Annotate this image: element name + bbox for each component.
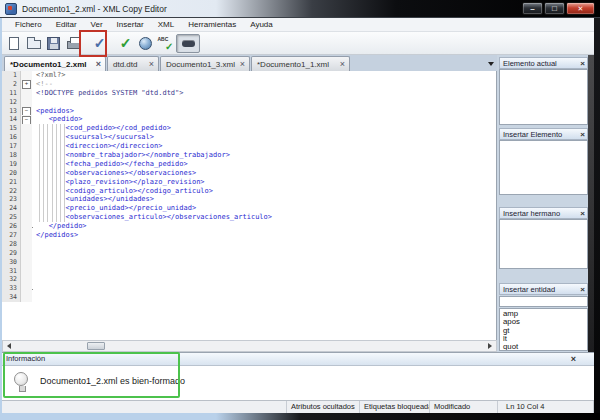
code-line[interactable]: 15 <cod_pedido></cod_pedido>	[2, 124, 496, 133]
code-line[interactable]: 17 <direccion></direccion>	[2, 142, 496, 151]
code-line[interactable]: 26 </pedido>	[2, 222, 496, 231]
menu-item[interactable]: Herramientas	[181, 18, 243, 32]
fold-marker[interactable]	[21, 80, 32, 89]
panel-elemento-actual-body[interactable]	[499, 69, 588, 125]
spell-check-button[interactable]: ABC✓	[156, 34, 175, 53]
fold-marker[interactable]	[21, 213, 32, 222]
tab-close-icon[interactable]	[96, 60, 101, 69]
panel-close-icon[interactable]	[580, 58, 585, 69]
code-line[interactable]: 14 <pedido>	[2, 115, 496, 124]
fold-marker[interactable]	[21, 89, 32, 98]
code-line[interactable]: 32	[2, 275, 496, 284]
entity-item[interactable]: gt	[500, 327, 587, 335]
horizontal-scrollbar[interactable]	[2, 340, 497, 352]
code-line[interactable]: 31	[2, 267, 496, 276]
code-line[interactable]: 18 <nombre_trabajador></nombre_trabajado…	[2, 151, 496, 160]
menu-item[interactable]: XML	[151, 18, 181, 32]
code-line[interactable]: 23 <unidades></unidades>	[2, 195, 496, 204]
line-number: 21	[2, 178, 21, 187]
fold-marker[interactable]	[21, 187, 32, 196]
fold-marker[interactable]	[21, 160, 32, 169]
toggle-tags-button[interactable]	[176, 34, 200, 53]
new-document-button[interactable]	[4, 34, 23, 53]
fold-marker[interactable]	[21, 71, 32, 80]
open-folder-icon	[27, 40, 41, 49]
fold-marker[interactable]	[21, 284, 32, 293]
fold-marker[interactable]	[21, 249, 32, 258]
fold-marker[interactable]	[21, 124, 32, 133]
fold-marker[interactable]	[21, 275, 32, 284]
entity-search-input[interactable]	[499, 296, 588, 307]
minimize-button[interactable]	[522, 2, 543, 15]
document-tab[interactable]: *Documento1_1.xml	[251, 56, 350, 71]
code-line[interactable]: 25 <observaciones_articulo></observacion…	[2, 213, 496, 222]
fold-marker[interactable]	[21, 293, 32, 302]
panel-close-icon[interactable]	[580, 129, 585, 140]
xml-editor[interactable]: 1 <?xml?> 2 <!-- 11 <!DOCTYPE pedidos SY…	[2, 71, 497, 340]
save-button[interactable]	[44, 34, 63, 53]
open-button[interactable]	[24, 34, 43, 53]
code-line[interactable]: 11 <!DOCTYPE pedidos SYSTEM "dtd.dtd">	[2, 89, 496, 98]
fold-marker[interactable]	[21, 98, 32, 107]
code-line[interactable]: 19 <fecha_pedido></fecha_pedido>	[2, 160, 496, 169]
fold-marker[interactable]	[21, 222, 32, 231]
maximize-button[interactable]	[544, 2, 565, 15]
code-line[interactable]: 27 </pedidos>	[2, 231, 496, 240]
tab-close-icon[interactable]	[240, 60, 245, 69]
tab-close-icon[interactable]	[340, 60, 345, 69]
document-tab[interactable]: *Documento1_2.xml	[4, 56, 106, 71]
code-line[interactable]: 20 <observaciones></observaciones>	[2, 169, 496, 178]
fold-marker[interactable]	[21, 267, 32, 276]
scroll-right-icon[interactable]	[488, 343, 492, 349]
fold-marker[interactable]	[21, 195, 32, 204]
document-tab[interactable]: dtd.dtd	[107, 56, 159, 71]
fold-marker[interactable]	[21, 151, 32, 160]
entity-item[interactable]: apos	[500, 318, 587, 326]
code-line[interactable]: 33	[2, 284, 496, 293]
title-bar[interactable]: Documento1_2.xml - XML Copy Editor	[0, 0, 600, 18]
panel-close-icon[interactable]	[580, 208, 585, 219]
scroll-left-icon[interactable]	[7, 343, 11, 349]
code-line[interactable]: 28	[2, 240, 496, 249]
panel-title: Insertar Elemento	[503, 130, 562, 139]
panel-insertar-hermano-body[interactable]	[499, 219, 588, 269]
code-line[interactable]: 13 <pedidos>	[2, 107, 496, 116]
fold-marker[interactable]	[21, 258, 32, 267]
preview-browser-button[interactable]	[136, 34, 155, 53]
fold-marker[interactable]	[21, 107, 32, 116]
code-line[interactable]: 22 <codigo_articulo></codigo_articulo>	[2, 187, 496, 196]
tab-label: dtd.dtd	[113, 60, 137, 69]
code-line[interactable]: 16 <sucursal></sucursal>	[2, 133, 496, 142]
code-line[interactable]: 2 <!--	[2, 80, 496, 89]
menu-item[interactable]: Fichero	[8, 18, 49, 32]
code-line[interactable]: 30	[2, 258, 496, 267]
fold-marker[interactable]	[21, 169, 32, 178]
code-line[interactable]: 21 <plazo_revision></plazo_revision>	[2, 178, 496, 187]
menu-item[interactable]: Insertar	[110, 18, 151, 32]
close-button[interactable]	[566, 2, 595, 15]
fold-marker[interactable]	[21, 204, 32, 213]
validate-dtd-button[interactable]: ✓	[116, 34, 135, 53]
fold-marker[interactable]	[21, 178, 32, 187]
tab-close-icon[interactable]	[149, 60, 154, 69]
entity-item[interactable]: quot	[500, 343, 587, 351]
fold-marker[interactable]	[21, 240, 32, 249]
code-line[interactable]: 34	[2, 293, 496, 302]
code-line[interactable]: 24 <precio_unidad></precio_unidad>	[2, 204, 496, 213]
code-line[interactable]: 1 <?xml?>	[2, 71, 496, 80]
line-number: 23	[2, 195, 21, 204]
fold-marker[interactable]	[21, 115, 32, 124]
fold-marker[interactable]	[21, 142, 32, 151]
panel-close-icon[interactable]	[580, 284, 585, 295]
tab-list-dropdown-icon[interactable]	[488, 62, 494, 66]
document-tab[interactable]: Documento1_3.xml	[160, 56, 250, 71]
code-line[interactable]: 12	[2, 98, 496, 107]
fold-marker[interactable]	[21, 133, 32, 142]
menu-item[interactable]: Ayuda	[243, 18, 280, 32]
fold-marker[interactable]	[21, 231, 32, 240]
code-line[interactable]: 29	[2, 249, 496, 258]
scrollbar-thumb[interactable]	[87, 342, 105, 350]
panel-insertar-elemento-body[interactable]	[499, 140, 588, 195]
window-bottom-border	[0, 413, 600, 420]
info-close-icon[interactable]	[571, 353, 576, 365]
